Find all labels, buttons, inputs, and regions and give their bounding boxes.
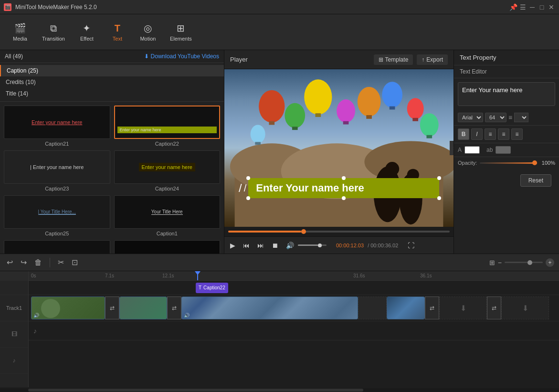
- zoom-slider[interactable]: [505, 262, 543, 263]
- list-item[interactable]: Enter your name here: [4, 240, 110, 254]
- opacity-slider[interactable]: [480, 162, 537, 164]
- next-frame-button[interactable]: ⏭: [255, 241, 266, 250]
- crop-button[interactable]: ⊡: [70, 257, 80, 268]
- caption25-thumb[interactable]: | Your Title Here...: [4, 195, 110, 229]
- timeline-area: ↩ ↪ 🗑 ✂ ⊡ ⊞ − + Track1: [0, 254, 559, 392]
- menu-button[interactable]: ☰: [519, 3, 527, 11]
- italic-button[interactable]: I: [471, 128, 483, 140]
- caption-bar[interactable]: Enter Your name here: [248, 178, 439, 198]
- font-family-select[interactable]: Arial: [458, 113, 483, 122]
- video-player[interactable]: / / Enter Your name here: [224, 69, 454, 227]
- bold-button[interactable]: B: [458, 128, 469, 140]
- pin-button[interactable]: 📌: [509, 3, 517, 11]
- caption24-thumb[interactable]: Enter your name here: [114, 150, 221, 184]
- minimize-button[interactable]: ─: [528, 3, 536, 11]
- caption-overlay[interactable]: / / Enter Your name here: [239, 178, 439, 198]
- content-area: All (49) ⬇ Download YouTube Videos Capti…: [0, 50, 559, 254]
- template-button[interactable]: ⊞ Template: [374, 54, 413, 65]
- playhead[interactable]: [197, 271, 198, 280]
- list-item[interactable]: | Your Title Here... Caption25: [4, 195, 110, 236]
- align-left-button[interactable]: ≡: [485, 128, 496, 140]
- export-label: Export: [426, 56, 443, 63]
- timeline-ruler: 0s 7.1s 12.1s 31.6s 36.1s: [29, 271, 559, 281]
- zoom-thumb[interactable]: [527, 260, 532, 265]
- maximize-button[interactable]: □: [538, 3, 546, 11]
- empty-slot-2[interactable]: ⬇: [501, 297, 549, 319]
- caption-clip-label: Caption22: [203, 285, 225, 290]
- caption3-thumb[interactable]: YOUR TITLE HERE: [114, 240, 221, 254]
- video-clip-1[interactable]: 🔊: [31, 297, 105, 319]
- empty-slot-1[interactable]: ⬇: [439, 297, 487, 319]
- caption2-thumb[interactable]: Enter your name here: [4, 240, 110, 254]
- video-clip-2[interactable]: [119, 297, 167, 319]
- play-button[interactable]: ▶: [228, 241, 237, 250]
- opacity-thumb[interactable]: [532, 160, 537, 165]
- timeline-scrollbar[interactable]: [0, 388, 559, 392]
- zoom-fit-button[interactable]: ⊞: [489, 259, 495, 266]
- handle-br[interactable]: [437, 196, 441, 200]
- font-size-select[interactable]: 64: [485, 113, 506, 122]
- align-right-button[interactable]: ≡: [511, 128, 523, 140]
- gap-clip-1: [358, 297, 387, 319]
- toolbar-effect[interactable]: ✦ Effect: [73, 20, 101, 44]
- toolbar-media[interactable]: 🎬 Media: [6, 20, 34, 44]
- caption1-thumb[interactable]: Your Title Here: [114, 195, 221, 229]
- caption-clip[interactable]: T Caption22: [196, 283, 228, 293]
- redo-button[interactable]: ↪: [19, 257, 29, 268]
- fullscreen-button[interactable]: ⛶: [406, 241, 416, 250]
- list-item[interactable]: Enter your name here Caption22: [114, 106, 221, 147]
- transition-clip-4[interactable]: ⇄: [487, 297, 501, 319]
- category-title[interactable]: Title (14): [0, 88, 224, 99]
- toolbar-transition[interactable]: ⧉ Transition: [36, 20, 71, 44]
- video-clip-4[interactable]: [387, 297, 425, 319]
- list-item[interactable]: | Enter your name here Caption23: [4, 150, 110, 191]
- text-editor-content[interactable]: Enter Your name here: [462, 86, 551, 94]
- delete-button[interactable]: 🗑: [32, 257, 44, 268]
- timeline-tracks[interactable]: 0s 7.1s 12.1s 31.6s 36.1s T Caption22: [29, 271, 559, 387]
- stop-button[interactable]: ⏹: [270, 241, 280, 250]
- prev-frame-button[interactable]: ⏮: [241, 241, 252, 250]
- progress-track[interactable]: [228, 231, 450, 233]
- cut-button[interactable]: ✂: [56, 257, 66, 268]
- font-color-swatch[interactable]: [464, 146, 480, 154]
- scrollbar-thumb[interactable]: [28, 389, 364, 392]
- zoom-out-button[interactable]: −: [498, 259, 502, 266]
- list-item[interactable]: Enter your name here Caption21: [4, 106, 110, 147]
- video-clip-3[interactable]: 🔊: [181, 297, 358, 319]
- export-button[interactable]: ↑ Export: [417, 54, 448, 65]
- undo-button[interactable]: ↩: [5, 257, 15, 268]
- close-button[interactable]: ✕: [548, 3, 555, 11]
- align-center-button[interactable]: ≡: [498, 128, 509, 140]
- caption23-thumb[interactable]: | Enter your name here: [4, 150, 110, 184]
- toolbar-text[interactable]: T Text: [103, 20, 132, 44]
- handle-bc[interactable]: [342, 196, 346, 200]
- list-item[interactable]: YOUR TITLE HERE: [114, 240, 221, 254]
- expand-panel-button[interactable]: ›: [450, 141, 454, 155]
- list-item[interactable]: Enter your name here Caption24: [114, 150, 221, 191]
- caption22-thumb[interactable]: Enter your name here: [114, 106, 221, 139]
- text-editor-area[interactable]: Enter Your name here: [458, 82, 555, 106]
- category-credits[interactable]: Credits (10): [0, 76, 224, 88]
- volume-track[interactable]: [298, 244, 327, 246]
- category-caption[interactable]: Caption (25): [0, 65, 224, 76]
- handle-tr[interactable]: [437, 176, 441, 180]
- handle-tl[interactable]: [246, 176, 250, 180]
- caption-display-text: Enter Your name here: [256, 182, 364, 194]
- zoom-in-button[interactable]: +: [546, 258, 554, 267]
- handle-tc[interactable]: [342, 176, 346, 180]
- download-youtube-btn[interactable]: ⬇ Download YouTube Videos: [144, 53, 219, 60]
- line-spacing-select[interactable]: 1: [514, 113, 528, 122]
- volume-icon-button[interactable]: 🔊: [284, 241, 296, 250]
- svg-point-16: [407, 98, 424, 119]
- caption21-thumb[interactable]: Enter your name here: [4, 106, 110, 139]
- volume-thumb[interactable]: [318, 244, 322, 247]
- transition-clip-1[interactable]: ⇄: [105, 297, 119, 319]
- toolbar-elements[interactable]: ⊞ Elements: [164, 20, 198, 44]
- text-bg-color-swatch[interactable]: [496, 146, 511, 154]
- reset-button[interactable]: Reset: [520, 174, 551, 187]
- transition-clip-2[interactable]: ⇄: [167, 297, 181, 319]
- list-item[interactable]: Your Title Here Caption1: [114, 195, 221, 236]
- progress-thumb[interactable]: [301, 229, 306, 234]
- transition-clip-3[interactable]: ⇄: [425, 297, 439, 319]
- toolbar-motion[interactable]: ◎ Motion: [134, 20, 162, 44]
